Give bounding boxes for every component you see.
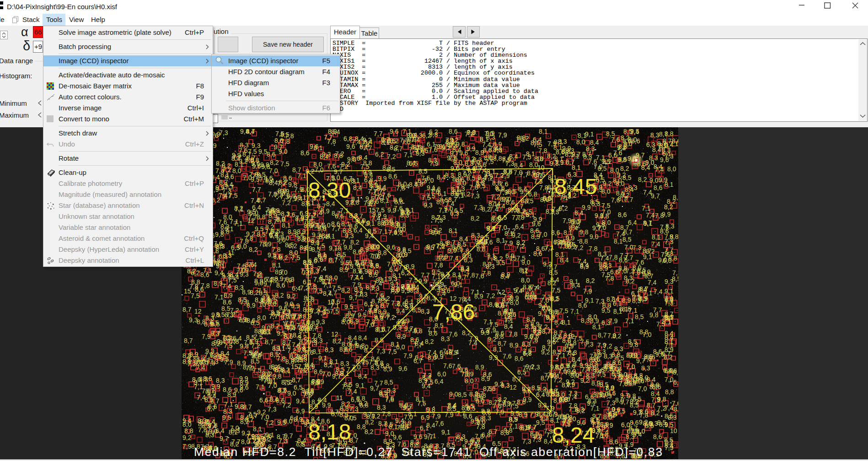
svg-text:6,9: 6,9 <box>300 210 309 217</box>
svg-text:8,8: 8,8 <box>626 352 635 359</box>
svg-text:10: 10 <box>670 427 677 434</box>
svg-text:8,1: 8,1 <box>317 251 327 258</box>
svg-text:8,6: 8,6 <box>393 196 402 204</box>
svg-text:7,86: 7,86 <box>432 300 475 324</box>
svg-text:9,9: 9,9 <box>520 188 529 195</box>
svg-text:6,8: 6,8 <box>475 415 484 423</box>
svg-text:8,2: 8,2 <box>550 295 559 303</box>
svg-text:8,4: 8,4 <box>409 181 418 188</box>
svg-text:9,9: 9,9 <box>418 277 428 285</box>
svg-text:7,9: 7,9 <box>498 131 507 139</box>
svg-text:8,4: 8,4 <box>269 179 278 186</box>
svg-text:7,3: 7,3 <box>505 160 514 167</box>
svg-text:9,0: 9,0 <box>649 177 659 184</box>
svg-text:8,2: 8,2 <box>341 287 350 294</box>
svg-text:8,3: 8,3 <box>641 364 650 372</box>
svg-text:7,9: 7,9 <box>238 316 247 323</box>
svg-text:8,5: 8,5 <box>644 353 653 360</box>
svg-text:8,3: 8,3 <box>281 210 290 217</box>
svg-text:9,9: 9,9 <box>523 396 532 403</box>
svg-text:9,2: 9,2 <box>512 232 521 239</box>
svg-text:7,4: 7,4 <box>215 167 225 174</box>
svg-text:9,1: 9,1 <box>318 354 327 362</box>
svg-text:8,3: 8,3 <box>198 417 207 424</box>
svg-text:9,9: 9,9 <box>378 175 387 182</box>
svg-text:7,3: 7,3 <box>550 208 559 216</box>
svg-text:8,4: 8,4 <box>590 139 599 146</box>
svg-text:9,9: 9,9 <box>311 239 320 246</box>
svg-text:8,1: 8,1 <box>652 233 661 241</box>
svg-text:7,9: 7,9 <box>182 443 192 450</box>
svg-text:8,2: 8,2 <box>268 298 278 305</box>
svg-text:8,3: 8,3 <box>445 172 454 179</box>
svg-text:8,3: 8,3 <box>205 315 214 322</box>
svg-text:7,1: 7,1 <box>595 432 605 439</box>
svg-text:9,4: 9,4 <box>538 302 547 309</box>
svg-text:7,4: 7,4 <box>454 435 463 443</box>
svg-text:8,3: 8,3 <box>486 263 495 270</box>
svg-text:7,8: 7,8 <box>434 261 443 269</box>
svg-text:7,8: 7,8 <box>354 290 364 298</box>
svg-text:8,1: 8,1 <box>592 323 601 331</box>
svg-text:8,2: 8,2 <box>364 428 374 435</box>
svg-text:9,7: 9,7 <box>370 385 379 392</box>
svg-text:8,0: 8,0 <box>465 377 474 385</box>
svg-text:8,6: 8,6 <box>540 196 549 203</box>
svg-text:8,5: 8,5 <box>418 168 428 175</box>
svg-text:9,0: 9,0 <box>449 390 458 398</box>
svg-text:8,0: 8,0 <box>601 188 611 195</box>
svg-text:8,4: 8,4 <box>359 154 368 161</box>
svg-text:8,3: 8,3 <box>225 311 234 319</box>
svg-text:8,5: 8,5 <box>425 244 434 251</box>
svg-text:7,5: 7,5 <box>388 348 397 355</box>
svg-text:7,2: 7,2 <box>391 299 400 307</box>
svg-text:9,0: 9,0 <box>284 300 294 308</box>
svg-text:8,24: 8,24 <box>552 423 595 447</box>
svg-text:7,3: 7,3 <box>471 192 480 200</box>
svg-text:8,2: 8,2 <box>471 215 480 222</box>
svg-text:8,9: 8,9 <box>599 265 608 272</box>
svg-text:9,2: 9,2 <box>287 293 296 300</box>
svg-text:7,6: 7,6 <box>371 253 380 260</box>
svg-text:10: 10 <box>537 164 545 171</box>
svg-text:8,2: 8,2 <box>311 398 321 406</box>
svg-text:7,7: 7,7 <box>289 195 298 202</box>
svg-text:9,2: 9,2 <box>298 334 307 341</box>
svg-text:7,7: 7,7 <box>512 214 521 221</box>
svg-text:8,1: 8,1 <box>341 220 350 228</box>
svg-text:7,9: 7,9 <box>504 239 513 247</box>
svg-text:8,8: 8,8 <box>579 238 588 245</box>
svg-text:7,3: 7,3 <box>632 244 642 251</box>
svg-text:8,3: 8,3 <box>216 377 225 384</box>
svg-text:7,5: 7,5 <box>467 167 476 174</box>
svg-text:9,9: 9,9 <box>533 216 542 223</box>
svg-text:8,2: 8,2 <box>626 277 635 285</box>
svg-text:8,5: 8,5 <box>339 411 348 418</box>
svg-text:9,5: 9,5 <box>358 311 367 319</box>
svg-text:8,6: 8,6 <box>618 211 627 218</box>
svg-text:9,8: 9,8 <box>670 233 678 240</box>
svg-text:8,4: 8,4 <box>459 235 468 243</box>
svg-text:8,5: 8,5 <box>552 348 562 356</box>
svg-text:8,1: 8,1 <box>452 271 461 278</box>
svg-text:8,2: 8,2 <box>559 205 568 212</box>
svg-text:7,7: 7,7 <box>374 130 383 137</box>
svg-text:7,1: 7,1 <box>439 206 448 214</box>
svg-text:8,6: 8,6 <box>200 271 209 278</box>
svg-text:8,4: 8,4 <box>269 396 279 403</box>
svg-text:7,3: 7,3 <box>280 193 289 201</box>
svg-text:8,4: 8,4 <box>544 438 553 445</box>
svg-text:8,5: 8,5 <box>384 379 393 386</box>
svg-text:8,7: 8,7 <box>541 374 550 382</box>
svg-text:7,2: 7,2 <box>282 401 291 409</box>
svg-text:9,2: 9,2 <box>603 180 612 187</box>
svg-text:9,1: 9,1 <box>454 281 463 288</box>
svg-text:7,3: 7,3 <box>584 341 594 348</box>
svg-text:7,4: 7,4 <box>515 286 525 293</box>
svg-text:8,9: 8,9 <box>237 359 246 367</box>
svg-text:8,6: 8,6 <box>223 386 232 393</box>
svg-text:7,1: 7,1 <box>625 317 634 325</box>
svg-text:7,3: 7,3 <box>279 437 288 445</box>
svg-text:8,5: 8,5 <box>590 198 599 206</box>
svg-text:7,3: 7,3 <box>268 406 277 413</box>
